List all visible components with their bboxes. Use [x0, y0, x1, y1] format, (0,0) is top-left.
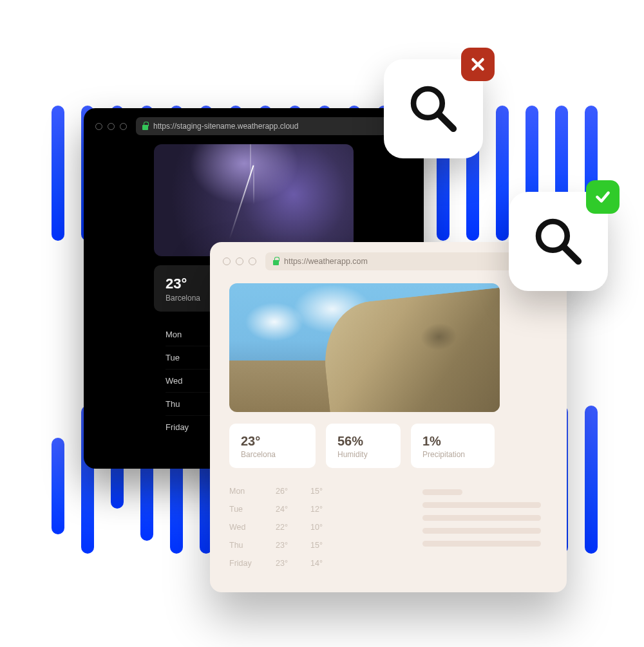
window-minimize-icon[interactable]: [236, 258, 243, 265]
table-row: Tue 24° 12°: [229, 500, 408, 518]
low-temp: 14°: [310, 559, 340, 568]
temperature-card: 23° Barcelona: [229, 424, 316, 468]
address-bar[interactable]: https://staging-sitename.weatherapp.clou…: [136, 117, 412, 135]
production-browser-window: https://weatherapp.com 23° Barcelona 56%…: [210, 242, 567, 592]
high-temp: 26°: [276, 487, 310, 496]
window-zoom-icon[interactable]: [249, 258, 256, 265]
hero-image-building: [229, 283, 500, 412]
low-temp: 15°: [310, 487, 340, 496]
svg-line-3: [564, 247, 578, 261]
high-temp: 23°: [276, 541, 310, 550]
day-label: Wed: [229, 523, 276, 532]
text-placeholder-block: [422, 482, 547, 572]
low-temp: 12°: [310, 505, 340, 514]
illustration-stage: https://staging-sitename.weatherapp.clou…: [0, 0, 644, 647]
precipitation-label: Precipitation: [422, 450, 483, 459]
lock-icon: [142, 123, 148, 130]
high-temp: 24°: [276, 505, 310, 514]
humidity-card: 56% Humidity: [326, 424, 401, 468]
day-label: Thu: [229, 541, 276, 550]
svg-line-1: [439, 115, 453, 129]
search-noindex-badge: [384, 59, 483, 158]
browser-chrome: https://staging-sitename.weatherapp.clou…: [84, 108, 424, 144]
high-temp: 22°: [276, 523, 310, 532]
check-icon: [594, 189, 611, 205]
low-temp: 10°: [310, 523, 340, 532]
window-close-icon[interactable]: [95, 123, 102, 130]
forecast-table: Mon 26° 15° Tue 24° 12° Wed 22° 10°: [229, 482, 408, 572]
temperature-value: 23°: [241, 434, 304, 449]
humidity-label: Humidity: [337, 450, 389, 459]
window-close-icon[interactable]: [223, 258, 231, 265]
magnifier-icon: [531, 214, 586, 269]
address-url: https://weatherapp.com: [284, 257, 368, 266]
lock-icon: [273, 258, 279, 265]
precipitation-card: 1% Precipitation: [411, 424, 495, 468]
high-temp: 23°: [276, 559, 310, 568]
x-icon: [469, 56, 486, 73]
status-chip-fail: [461, 48, 495, 81]
hero-image-lightning: [154, 144, 354, 256]
humidity-value: 56%: [337, 434, 389, 449]
magnifier-icon: [406, 81, 461, 136]
table-row: Thu 23° 15°: [229, 536, 408, 554]
low-temp: 15°: [310, 541, 340, 550]
precipitation-value: 1%: [422, 434, 483, 449]
window-zoom-icon[interactable]: [120, 123, 127, 130]
search-indexed-badge: [509, 192, 608, 291]
table-row: Mon 26° 15°: [229, 482, 408, 500]
day-label: Friday: [229, 559, 276, 568]
window-controls[interactable]: [223, 258, 256, 265]
table-row: Friday 23° 14°: [229, 554, 408, 572]
status-chip-ok: [586, 180, 620, 214]
metrics-row: 23° Barcelona 56% Humidity 1% Precipitat…: [229, 424, 547, 468]
window-controls[interactable]: [95, 123, 127, 130]
temperature-label: Barcelona: [241, 450, 304, 459]
address-url: https://staging-sitename.weatherapp.clou…: [153, 122, 298, 131]
day-label: Tue: [229, 505, 276, 514]
window-minimize-icon[interactable]: [108, 123, 115, 130]
table-row: Wed 22° 10°: [229, 518, 408, 536]
day-label: Mon: [229, 487, 276, 496]
